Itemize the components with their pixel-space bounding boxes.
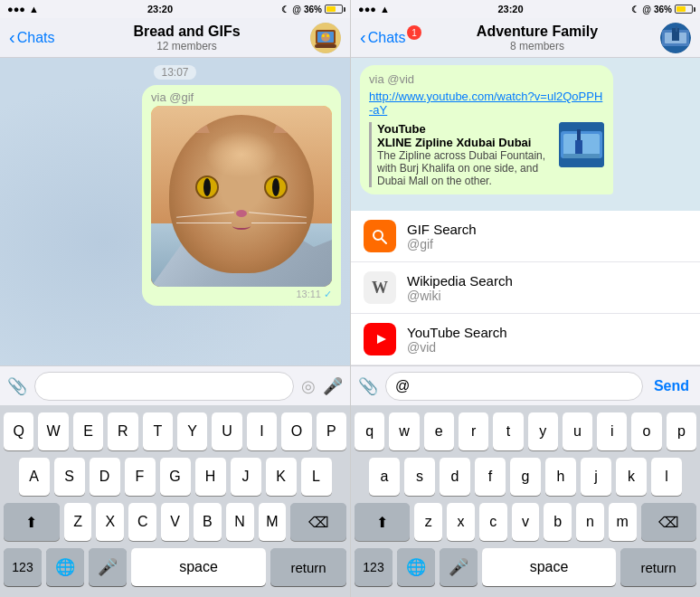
key-y[interactable]: y [528,412,558,450]
back-button-right[interactable]: ‹ Chats [360,27,414,48]
nav-avatar-right[interactable] [660,23,691,53]
status-bar-right: ●●● ▲ 23:20 ☾ @ 36% [351,0,700,18]
send-button[interactable]: Send [650,378,693,394]
key-b[interactable]: b [544,503,572,541]
key-J[interactable]: J [231,458,261,496]
key-backspace-left[interactable]: ⌫ [290,503,346,541]
key-T[interactable]: T [143,412,173,450]
key-t[interactable]: t [493,412,523,450]
key-B[interactable]: B [194,503,222,541]
moon-icon: ☾ [281,5,289,14]
key-P[interactable]: P [317,412,346,450]
svg-rect-11 [676,26,677,32]
key-space-left[interactable]: space [131,548,266,586]
key-r[interactable]: r [459,412,488,450]
key-Y[interactable]: Y [177,412,207,450]
avatar-img-right [660,23,691,53]
key-p[interactable]: p [667,412,696,450]
key-F[interactable]: F [125,458,156,496]
key-h[interactable]: h [545,458,576,496]
key-U[interactable]: U [212,412,241,450]
link-url[interactable]: http://www.youtube.com/watch?v=ul2QoPPH-… [369,90,604,117]
key-g[interactable]: g [510,458,541,496]
key-E[interactable]: E [73,412,103,450]
key-123-right[interactable]: 123 [355,548,393,586]
back-button-left[interactable]: ‹ Chats [9,27,63,48]
key-x[interactable]: x [447,503,475,541]
key-v[interactable]: v [512,503,540,541]
key-k[interactable]: k [616,458,647,496]
battery-icon-left [325,5,343,14]
key-I[interactable]: I [247,412,277,450]
suggestion-wiki[interactable]: W Wikipedia Search @wiki [351,262,700,314]
key-f[interactable]: f [475,458,506,496]
key-d[interactable]: d [440,458,470,496]
key-n[interactable]: n [576,503,604,541]
attach-icon-left[interactable]: 📎 [7,376,27,396]
key-R[interactable]: R [108,412,137,450]
nav-bar-left: ‹ Chats Bread and GIFs 12 members [0,18,350,58]
key-w[interactable]: w [389,412,419,450]
key-Z[interactable]: Z [64,503,92,541]
moon-icon-right: ☾ [631,5,639,14]
key-O[interactable]: O [281,412,311,450]
key-L[interactable]: L [301,458,332,496]
message-input-left[interactable] [34,372,294,401]
avatar-img-left [310,23,341,53]
svg-rect-6 [315,44,336,48]
key-q[interactable]: q [355,412,384,450]
key-N[interactable]: N [226,503,254,541]
key-G[interactable]: G [160,458,191,496]
key-Q[interactable]: Q [4,412,33,450]
key-D[interactable]: D [90,458,120,496]
key-s[interactable]: s [404,458,435,496]
key-e[interactable]: e [424,412,454,450]
key-mic-left[interactable]: 🎤 [89,548,127,586]
key-W[interactable]: W [38,412,68,450]
signal-bars-right: @ [642,5,651,14]
key-globe-right[interactable]: 🌐 [397,548,435,586]
nav-avatar-left[interactable] [310,23,341,53]
key-space-right[interactable]: space [482,548,616,586]
sticker-icon-left[interactable]: ◎ [301,376,316,396]
message-input-right[interactable] [385,372,643,401]
key-row-2-right: a s d f g h j k l [355,458,696,496]
key-K[interactable]: K [266,458,297,496]
wiki-icon: W [364,271,396,304]
suggestion-youtube[interactable]: YouTube Search @vid [351,314,700,365]
key-i[interactable]: i [597,412,627,450]
key-j[interactable]: j [581,458,611,496]
key-shift-right[interactable]: ⬆ [355,503,410,541]
key-m[interactable]: m [609,503,637,541]
key-X[interactable]: X [96,503,124,541]
attach-icon-right[interactable]: 📎 [358,376,378,396]
key-S[interactable]: S [54,458,85,496]
key-H[interactable]: H [195,458,226,496]
signal-icon: ●●● [7,4,25,14]
key-u[interactable]: u [563,412,592,450]
suggestion-name-wiki: Wikipedia Search [407,273,513,289]
link-preview-text: YouTube XLINE Zipline Xdubai Dubai The Z… [377,122,552,187]
chat-title-left: Bread and GIFs [63,24,310,40]
mic-icon-left[interactable]: 🎤 [323,376,343,396]
key-123-left[interactable]: 123 [4,548,42,586]
key-mic-right[interactable]: 🎤 [440,548,478,586]
key-z[interactable]: z [414,503,442,541]
key-A[interactable]: A [19,458,50,496]
key-a[interactable]: a [369,458,400,496]
key-o[interactable]: o [631,412,661,450]
key-return-left[interactable]: return [270,548,346,586]
key-c[interactable]: c [479,503,507,541]
key-l[interactable]: l [651,458,682,496]
key-shift-left[interactable]: ⬆ [4,503,60,541]
suggestion-gif[interactable]: GIF Search @gif [351,211,700,262]
key-V[interactable]: V [161,503,189,541]
nav-bar-right: ‹ Chats 1 Adventure Family 8 members [351,18,700,58]
msg-youtube-link: via @vid http://www.youtube.com/watch?v=… [360,65,691,194]
key-globe-left[interactable]: 🌐 [46,548,84,586]
key-backspace-right[interactable]: ⌫ [641,503,696,541]
status-right-right: ☾ @ 36% [631,5,693,14]
key-M[interactable]: M [259,503,287,541]
key-C[interactable]: C [128,503,156,541]
key-return-right[interactable]: return [620,548,696,586]
